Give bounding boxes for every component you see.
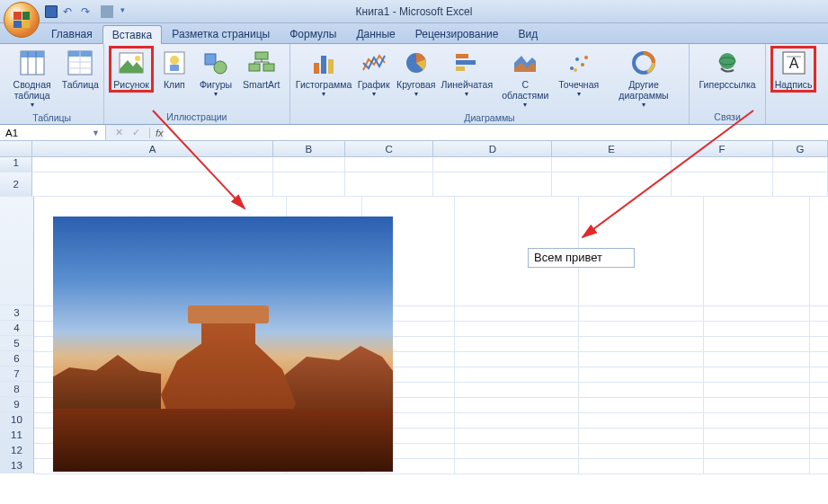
svg-rect-1 [21, 51, 44, 57]
pie-chart-button[interactable]: Круговая [395, 46, 438, 101]
formula-input[interactable] [164, 125, 828, 140]
line-chart-button[interactable]: График [355, 46, 393, 101]
svg-point-11 [135, 56, 140, 61]
hyperlink-icon [713, 49, 742, 77]
pie-chart-icon [402, 49, 431, 77]
rowhead-13[interactable]: 13 [0, 458, 33, 473]
rowhead-7[interactable]: 7 [0, 367, 33, 382]
col-A[interactable]: A [32, 141, 272, 156]
rowhead-1[interactable]: 1 [0, 157, 32, 172]
cell[interactable] [273, 157, 345, 172]
svg-rect-19 [263, 64, 274, 71]
cell[interactable] [672, 172, 773, 197]
rowhead-3[interactable]: 3 [0, 305, 33, 321]
cell[interactable] [552, 157, 672, 172]
svg-point-35 [581, 63, 584, 66]
inserted-picture[interactable] [53, 217, 393, 472]
tab-review[interactable]: Рецензирование [405, 24, 509, 43]
hyperlink-button[interactable]: Гиперссылка [694, 46, 760, 93]
col-F[interactable]: F [672, 141, 773, 156]
cell[interactable] [433, 157, 552, 172]
tab-data[interactable]: Данные [346, 24, 405, 43]
ribbon: Сводная таблица Таблица Таблицы Рисунок … [0, 44, 828, 125]
tab-insert[interactable]: Вставка [102, 25, 163, 44]
area-chart-icon [511, 49, 539, 77]
qat-dropdown-icon[interactable]: ▾ [120, 5, 133, 18]
group-tables: Сводная таблица Таблица Таблицы [0, 44, 104, 124]
col-E[interactable]: E [552, 141, 672, 156]
cell-A1[interactable] [32, 157, 272, 172]
bar-chart-button[interactable]: Линейчатая [440, 46, 494, 101]
name-box-dropdown-icon[interactable]: ▼ [92, 128, 100, 137]
save-icon[interactable] [45, 5, 58, 18]
name-box-value: A1 [5, 128, 18, 138]
rowhead-9[interactable]: 9 [0, 397, 33, 412]
tab-formulas[interactable]: Формулы [280, 24, 346, 43]
bar-chart-icon [452, 49, 481, 77]
svg-point-37 [574, 68, 577, 72]
cell[interactable] [773, 172, 828, 197]
undo-icon[interactable]: ↶ [63, 5, 76, 18]
scatter-chart-button[interactable]: Точечная [556, 46, 601, 101]
picture-icon [117, 49, 146, 77]
table-button[interactable]: Таблица [61, 46, 99, 93]
cell[interactable] [345, 172, 433, 197]
select-all-corner[interactable] [0, 141, 32, 156]
textbox-button[interactable]: AНадпись [770, 46, 817, 93]
redo-icon[interactable]: ↷ [81, 5, 93, 18]
rowhead-4[interactable]: 4 [0, 321, 33, 336]
area-chart-button[interactable]: С областями [496, 46, 555, 111]
svg-rect-26 [328, 59, 334, 74]
cell[interactable] [32, 172, 272, 197]
column-chart-button[interactable]: Гистограмма [295, 46, 353, 101]
group-label-illustrations: Иллюстрации [109, 111, 284, 124]
textbox-icon: A [779, 49, 808, 77]
cell[interactable] [672, 157, 773, 172]
tab-page-layout[interactable]: Разметка страницы [162, 24, 280, 43]
rowhead-12[interactable]: 12 [0, 443, 33, 458]
rowhead-8[interactable]: 8 [0, 382, 33, 397]
cell[interactable] [552, 172, 672, 197]
svg-rect-18 [249, 64, 260, 71]
svg-rect-24 [314, 63, 319, 74]
rowhead-10[interactable]: 10 [0, 412, 33, 428]
rowhead-6[interactable]: 6 [0, 351, 33, 367]
rowhead-5[interactable]: 5 [0, 336, 33, 351]
picture-button[interactable]: Рисунок [109, 46, 154, 93]
clip-icon [160, 49, 189, 77]
col-D[interactable]: D [433, 141, 552, 156]
smartart-button[interactable]: SmartArt [238, 46, 284, 93]
group-label-text [770, 111, 828, 124]
other-charts-button[interactable]: Другие диаграммы [603, 46, 685, 111]
rowhead-11[interactable]: 11 [0, 428, 33, 443]
line-chart-icon [360, 49, 388, 77]
cell[interactable] [773, 157, 828, 172]
pivot-table-button[interactable]: Сводная таблица [4, 46, 59, 111]
svg-point-34 [575, 57, 579, 61]
office-button[interactable] [4, 2, 40, 38]
fx-label[interactable]: fx [149, 128, 164, 138]
name-box[interactable]: A1 ▼ [0, 125, 106, 140]
column-headers: A B C D E F G [0, 141, 828, 157]
col-C[interactable]: C [345, 141, 433, 156]
group-label-charts: Диаграммы [295, 111, 685, 125]
svg-rect-14 [170, 65, 179, 71]
cell[interactable] [273, 172, 345, 197]
col-B[interactable]: B [273, 141, 345, 156]
shapes-button[interactable]: Фигуры [195, 46, 236, 101]
rowhead-2[interactable]: 2 [0, 172, 32, 197]
quick-access-toolbar: ↶ ↷ ▾ [45, 5, 133, 18]
col-G[interactable]: G [773, 141, 828, 156]
svg-rect-30 [456, 66, 465, 71]
inserted-textbox[interactable]: Всем привет [528, 248, 635, 268]
qat-divider [101, 5, 113, 18]
clip-button[interactable]: Клип [156, 46, 193, 93]
tab-view[interactable]: Вид [508, 24, 548, 43]
svg-point-13 [170, 56, 179, 65]
pivot-table-icon [18, 49, 47, 77]
cell[interactable] [433, 172, 552, 197]
tab-home[interactable]: Главная [41, 24, 102, 43]
enter-icon: ✓ [132, 127, 140, 138]
overflow-button[interactable]: Кол [818, 46, 828, 93]
cell[interactable] [345, 157, 433, 172]
